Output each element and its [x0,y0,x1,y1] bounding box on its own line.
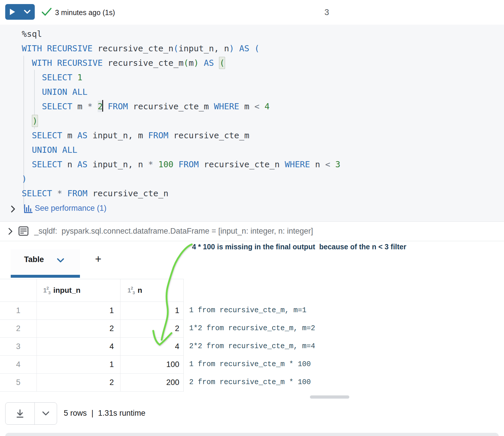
code-line[interactable]: WITH RECURSIVE recursive_cte_m(m) AS ( [22,56,340,70]
code-line[interactable]: %sql [22,27,340,41]
code-line[interactable]: ) [22,172,340,186]
chevron-right-icon[interactable] [8,228,13,235]
column-header-input_n[interactable]: 123input_n [37,279,120,301]
success-check-icon [41,7,52,17]
download-options-button[interactable] [35,403,57,424]
row-annotation: 1 from recursive_cte_m, m=1 [189,301,306,319]
cell-execution-number: 3 [324,8,329,17]
cell-input_n: 1 [37,302,120,319]
result-summary: 5 rows | 1.31s runtime [64,409,145,418]
table-row[interactable]: 344 [0,338,183,356]
table-row[interactable]: 52200 [0,374,183,392]
code-line[interactable]: SELECT m * 2 FROM recursive_cte_m WHERE … [22,99,340,114]
row-number: 2 [0,320,37,337]
code-line[interactable]: SELECT n AS input_n, n * 100 FROM recurs… [22,157,340,172]
code-line[interactable]: SELECT * FROM recursive_cte_n [22,186,340,201]
notebook-cell-page: 3 minutes ago (1s) 3 %sqlWITH RECURSIVE … [0,0,504,436]
download-split-button[interactable] [5,402,57,425]
row-number: 4 [0,356,37,373]
code-line[interactable]: UNION ALL [22,85,340,99]
sql-code[interactable]: %sqlWITH RECURSIVE recursive_cte_n(input… [22,27,340,201]
run-options-chevron-down-icon[interactable] [24,10,31,14]
play-icon[interactable] [9,8,16,16]
code-line[interactable]: SELECT 1 [22,70,340,85]
table-row[interactable]: 41100 [0,356,183,374]
cell-n: 1 [120,302,183,319]
column-header-n[interactable]: 123n [120,279,183,301]
row-annotation: 2*2 from recursive_cte_m, m=4 [189,337,315,355]
cell-n: 4 [120,338,183,355]
row-number: 3 [0,338,37,355]
dataframe-output-icon [19,226,28,236]
tab-table-label[interactable]: Table [24,255,44,264]
download-button[interactable] [6,403,35,424]
user-annotation-text: 4 * 100 is missing in the final output b… [192,243,406,251]
chevron-down-icon [42,411,50,416]
cell-n: 100 [120,356,183,373]
run-cell-button[interactable] [5,4,35,20]
row-annotation: 1*2 from recursive_cte_m, m=2 [189,319,315,337]
cell-input_n: 2 [37,374,120,391]
row-number: 1 [0,302,37,319]
table-header-row: 123input_n123n [0,279,183,302]
cell-input_n: 1 [37,356,120,373]
table-options-chevron-down-icon[interactable] [57,258,64,263]
integer-type-icon: 123 [43,286,51,295]
see-performance-link[interactable]: See performance (1) [35,204,107,213]
row-annotation: 1 from recursive_cte_m * 100 [189,355,311,373]
see-performance-row: See performance (1) [0,200,504,217]
chevron-right-icon[interactable] [10,205,16,213]
code-line[interactable]: ) [22,114,340,128]
result-table: 123input_n123n1112223444110052200 [0,279,184,392]
tab-table[interactable] [11,249,80,275]
cell-input_n: 2 [37,320,120,337]
table-row[interactable]: 111 [0,302,183,320]
row-number: 5 [0,374,37,391]
cell-n: 2 [120,320,183,337]
last-run-status: 3 minutes ago (1s) [55,8,115,17]
row-count: 5 rows [64,409,87,418]
integer-type-icon: 123 [127,286,135,295]
row-annotation: 2 from recursive_cte_m * 100 [189,373,311,391]
runtime: 1.31s runtime [98,409,146,418]
code-editor[interactable]: %sqlWITH RECURSIVE recursive_cte_n(input… [0,25,504,222]
download-icon [15,409,25,419]
cell-toolbar: 3 minutes ago (1s) 3 [0,0,504,25]
active-tab-indicator [11,275,80,278]
code-line[interactable]: SELECT m AS input_n, m FROM recursive_ct… [22,128,340,143]
add-visualization-button[interactable]: + [95,253,101,265]
table-row[interactable]: 222 [0,320,183,338]
sqldf-result-row: _sqldf: pyspark.sql.connect.dataframe.Da… [0,222,504,241]
cell-n: 200 [120,374,183,391]
sqldf-signature: _sqldf: pyspark.sql.connect.dataframe.Da… [34,227,313,236]
results-panel: 4 * 100 is missing in the final output b… [0,241,504,436]
code-line[interactable]: WITH RECURSIVE recursive_cte_n(input_n, … [22,41,340,56]
horizontal-scrollbar[interactable] [310,395,349,399]
summary-separator: | [92,409,94,418]
bar-chart-icon[interactable] [24,204,33,214]
code-line[interactable]: UNION ALL [22,143,340,157]
next-cell-edge[interactable] [5,433,499,436]
cell-input_n: 4 [37,338,120,355]
